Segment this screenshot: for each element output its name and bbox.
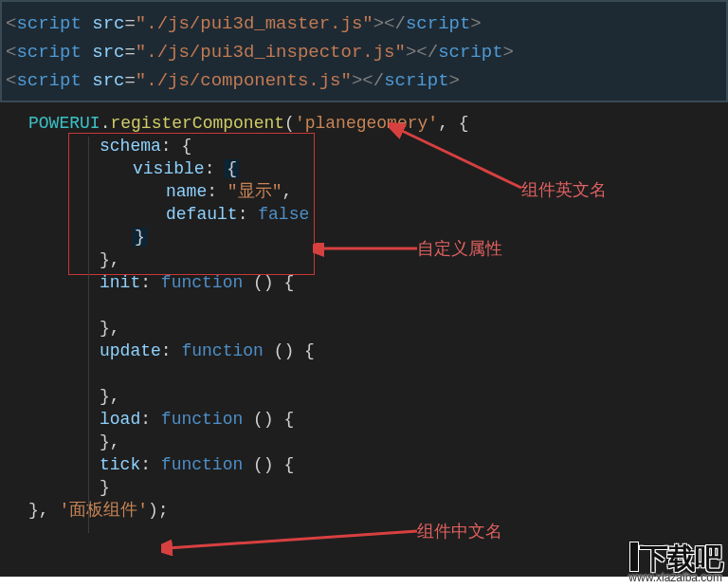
line-load-end: }, (28, 431, 728, 453)
line-visible-end: } (28, 226, 728, 248)
svg-line-2 (167, 531, 417, 548)
line-init-end: }, (28, 317, 728, 340)
line-update-end: }, (28, 385, 728, 408)
indent-guide (88, 137, 89, 533)
line-tick: tick: function () { (28, 453, 728, 476)
line-update: update: function () { (28, 340, 728, 362)
line-close: }, '面板组件'); (28, 499, 728, 522)
line-load: load: function () { (28, 408, 728, 431)
line-tick-end: } (28, 476, 728, 499)
html-script-snippet: <script src="./js/pui3d_master.js"></scr… (0, 0, 728, 102)
js-code-snippet: POWERUI.registerComponent('planegeomery'… (0, 102, 728, 577)
line-init: init: function () { (28, 271, 728, 294)
line-name: name: "显示", (28, 180, 728, 203)
script-line-3: <script src="./js/components.js"></scrip… (6, 66, 722, 95)
line-register: POWERUI.registerComponent('planegeomery'… (28, 112, 728, 135)
line-schema: schema: { (28, 135, 728, 157)
script-line-2: <script src="./js/pui3d_inspector.js"></… (6, 38, 722, 66)
arrow-to-chinese-name (161, 527, 427, 556)
blank (28, 362, 728, 385)
blank (28, 294, 728, 317)
script-line-1: <script src="./js/pui3d_master.js"></scr… (6, 9, 722, 38)
annotation-chinese-name: 组件中文名 (417, 520, 502, 542)
line-schema-end: }, (28, 248, 728, 271)
line-default: default: false (28, 203, 728, 226)
line-visible: visible: { (28, 157, 728, 180)
